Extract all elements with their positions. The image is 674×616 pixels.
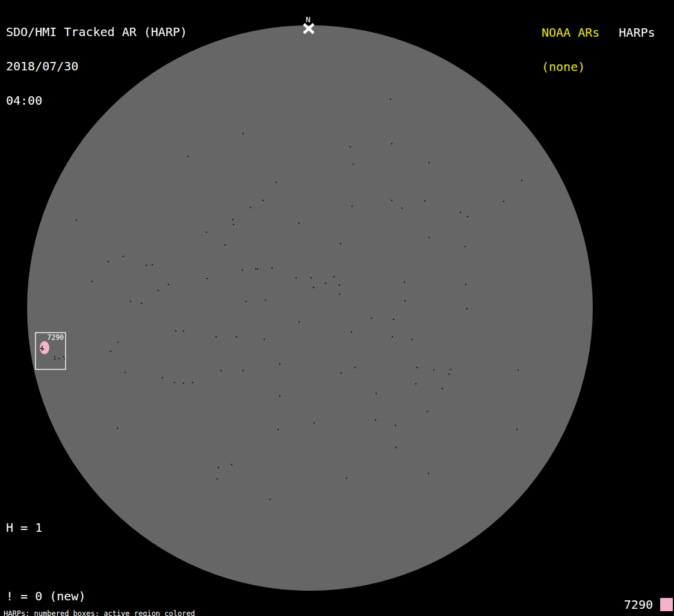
harp-list-swatch	[660, 598, 673, 611]
overlays-key: NOAA ARs HARPs (none)	[542, 4, 655, 96]
header: SDO/HMI Tracked AR (HARP) 2018/07/30 04:…	[6, 4, 187, 129]
noaa-ars-value: (none)	[542, 61, 585, 73]
spacer	[599, 27, 619, 38]
footer-note-harps: HARPs: numbered boxes; active region col…	[4, 610, 256, 616]
noaa-ars-label: NOAA ARs	[542, 27, 599, 38]
page-title: SDO/HMI Tracked AR (HARP)	[6, 26, 187, 38]
harp-box-label: 7290	[47, 333, 64, 342]
north-marker-label: N	[306, 15, 311, 24]
harp-list-id: 7290	[624, 597, 653, 612]
legend-harp-count: H = 1	[6, 522, 144, 534]
harps-label: HARPs	[619, 27, 655, 38]
header-time: 04:00	[6, 95, 187, 106]
screen: 7290 N SDO/HMI Tracked AR (HARP) 2018/07…	[0, 0, 674, 616]
harp-list-entry: 7290	[624, 597, 673, 612]
header-date: 2018/07/30	[6, 61, 187, 72]
footer-notes: HARPs: numbered boxes; active region col…	[4, 596, 256, 616]
